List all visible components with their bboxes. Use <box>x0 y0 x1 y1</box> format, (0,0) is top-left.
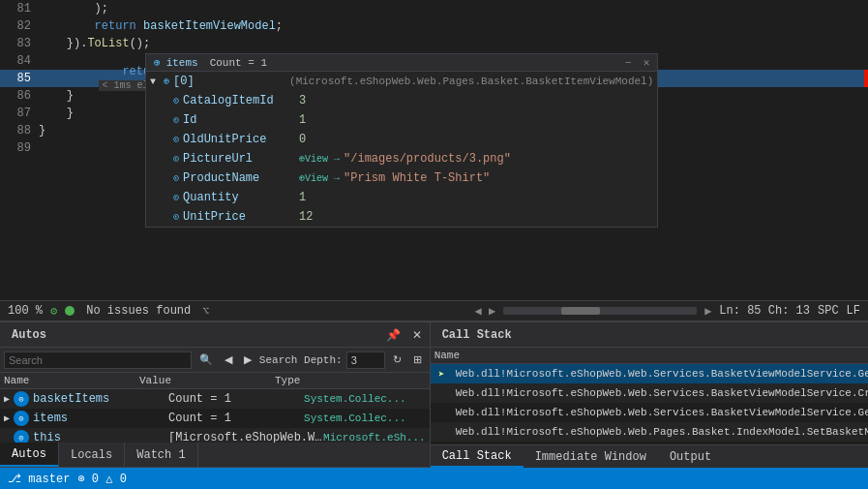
cs-name-2: Web.dll!Microsoft.eShopWeb.Web.Services.… <box>456 407 868 418</box>
forward-btn[interactable]: ▶ <box>240 352 255 367</box>
code-line-82: 82 return basketItemViewModel; <box>0 17 868 35</box>
expand-icon-items[interactable]: ▶ <box>4 413 10 424</box>
autos-pin-btn[interactable]: 📌 <box>382 328 404 342</box>
code-line-81: 81 ); <box>0 0 868 17</box>
cs-tab-immediate[interactable]: Immediate Window <box>524 445 658 468</box>
prop-value-oldprice: 0 <box>299 133 306 146</box>
search-depth-input[interactable] <box>346 351 385 369</box>
autos-panel-title: Autos <box>4 328 54 342</box>
prop-icon-productname: ⊙ <box>173 172 179 184</box>
breakpoint-marker <box>864 70 868 87</box>
prop-value-quantity: 1 <box>299 191 306 204</box>
no-issues-label: No issues found <box>86 304 191 318</box>
cs-row-3[interactable]: ➤ Web.dll!Microsoft.eShopWeb.Web.Pages.B… <box>431 422 868 442</box>
tooltip-prop-quantity[interactable]: ⊙ Quantity 1 <box>146 188 657 207</box>
scroll-thumb <box>561 307 600 315</box>
tooltip-minus-btn[interactable]: − <box>625 57 632 69</box>
row-value-items: Count = 1 <box>168 412 304 425</box>
line-content-83: }).ToList(); <box>39 37 868 50</box>
tooltip-items-label: items <box>166 57 198 69</box>
col-header-value: Value <box>139 375 275 386</box>
autos-search-input[interactable] <box>4 351 192 369</box>
play-icon[interactable]: ▶ <box>704 304 711 319</box>
view-link-pictureurl[interactable]: ⊕View → <box>299 153 340 165</box>
line-number-88: 88 <box>0 124 39 138</box>
nav-arrows[interactable]: ◀ ▶ <box>474 304 495 319</box>
cs-row-2[interactable]: ➤ Web.dll!Microsoft.eShopWeb.Web.Service… <box>431 403 868 422</box>
tooltip-close-btn[interactable]: ✕ <box>644 56 650 69</box>
row-name-basketitems: basketItems <box>33 392 168 406</box>
tooltip-prop-productname[interactable]: ⊙ ProductName ⊕View → "Prism White T-Shi… <box>146 168 657 188</box>
line-content-82: return basketItemViewModel; <box>39 19 868 33</box>
cs-row-1[interactable]: ➤ Web.dll!Microsoft.eShopWeb.Web.Service… <box>431 383 868 403</box>
prop-name-oldprice: OldUnitPrice <box>183 133 299 146</box>
tab-watch1[interactable]: Watch 1 <box>125 443 197 467</box>
tooltip-prop-catalogitemid[interactable]: ⊙ CatalogItemId 3 <box>146 91 657 110</box>
prop-icon-unitprice: ⊙ <box>173 211 179 223</box>
cs-tab-callstack[interactable]: Call Stack <box>431 445 524 468</box>
tooltip-prop-oldunitprice[interactable]: ⊙ OldUnitPrice 0 <box>146 130 657 149</box>
autos-row-basketitems[interactable]: ▶ ⊙ basketItems Count = 1 System.Collec.… <box>0 389 430 409</box>
refresh-btn[interactable]: ↻ <box>389 352 405 367</box>
var-icon-this: ⊙ <box>14 430 29 443</box>
prop-name-catalogitemid: CatalogItemId <box>183 94 299 107</box>
prop-value-catalogitemid: 3 <box>299 94 306 107</box>
autos-bottom-tabs: Autos Locals Watch 1 <box>0 443 430 468</box>
expand-icon-basketitems[interactable]: ▶ <box>4 393 10 405</box>
tooltip-items-icon: ⊕ <box>154 56 161 69</box>
row-value-basketitems: Count = 1 <box>168 392 304 406</box>
row-value-this: [Microsoft.eShopWeb.Web.Services.BasketV… <box>168 431 323 443</box>
tooltip-prop-pictureurl[interactable]: ⊙ PictureUrl ⊕View → "/images/products/3… <box>146 149 657 168</box>
cursor-position: Ln: 85 Ch: 13 <box>719 304 810 318</box>
autos-close-btn[interactable]: ✕ <box>408 328 426 342</box>
prop-icon-catalog: ⊙ <box>173 95 179 107</box>
call-stack-header: Call Stack 📌 ✕ <box>431 322 868 348</box>
prop-value-type: (Microsoft.eShopWeb.Web.Pages.Basket.Bas… <box>289 76 653 87</box>
prop-value-unitprice: 12 <box>299 210 313 224</box>
row-type-this: Microsoft.eSh... <box>323 432 426 443</box>
cs-name-0: Web.dll!Microsoft.eShopWeb.Web.Services.… <box>456 368 868 380</box>
settings-icon[interactable]: ⚙ <box>50 304 57 319</box>
call-stack-title: Call Stack <box>434 328 520 342</box>
tooltip-prop-unitprice[interactable]: ⊙ UnitPrice 12 <box>146 207 657 227</box>
status-bar: ⎇ master ⊗ 0 △ 0 <box>0 468 868 489</box>
prop-value-id: 1 <box>299 113 306 127</box>
line-number-89: 89 <box>0 141 39 155</box>
back-btn[interactable]: ◀ <box>221 352 236 367</box>
branch-icon: ⌥ <box>202 304 209 319</box>
prop-icon-quantity: ⊙ <box>173 192 179 203</box>
col-header-type: Type <box>275 375 426 386</box>
row-type-basketitems: System.Collec... <box>304 393 426 405</box>
autos-table-header: Name Value Type <box>0 373 430 389</box>
row-type-items: System.Collec... <box>304 413 426 424</box>
autos-panel: Autos 📌 ✕ 🔍 ◀ ▶ Search Depth: ↻ ⊞ Name V… <box>0 322 431 468</box>
cs-name-3: Web.dll!Microsoft.eShopWeb.Web.Pages.Bas… <box>456 426 868 438</box>
autos-panel-header: Autos 📌 ✕ <box>0 322 430 348</box>
cs-row-0[interactable]: ➤ Web.dll!Microsoft.eShopWeb.Web.Service… <box>431 364 868 383</box>
expand-btn[interactable]: ⊞ <box>409 352 426 367</box>
view-link-productname[interactable]: ⊕View → <box>299 172 340 184</box>
autos-row-this[interactable]: ▶ ⊙ this [Microsoft.eShopWeb.Web.Service… <box>0 428 430 443</box>
search-btn[interactable]: 🔍 <box>195 352 217 367</box>
prop-name-unitprice: UnitPrice <box>183 210 299 224</box>
call-stack-table: ➤ Web.dll!Microsoft.eShopWeb.Web.Service… <box>431 364 868 444</box>
tab-autos[interactable]: Autos <box>0 443 59 467</box>
prop-icon-pictureurl: ⊙ <box>173 153 179 165</box>
col-header-name: Name <box>4 375 139 386</box>
horizontal-scrollbar[interactable] <box>503 307 697 315</box>
autos-toolbar: 🔍 ◀ ▶ Search Depth: ↻ ⊞ <box>0 348 430 373</box>
prop-icon-oldprice: ⊙ <box>173 134 179 145</box>
code-line-83: 83 }).ToList(); <box>0 35 868 52</box>
tab-locals[interactable]: Locals <box>59 443 125 467</box>
cs-arrow-0: ➤ <box>438 368 452 381</box>
var-icon-basketitems: ⊙ <box>14 391 29 407</box>
cs-col-name: Name <box>434 350 868 361</box>
cs-tab-output[interactable]: Output <box>658 445 723 468</box>
call-stack-panel: Call Stack 📌 ✕ Name Lang ➤ Web.dll!Micro… <box>431 322 868 468</box>
search-depth-label: Search Depth: <box>259 354 343 366</box>
tooltip-prop-id[interactable]: ⊙ Id 1 <box>146 110 657 130</box>
autos-panel-actions: 📌 ✕ <box>382 328 426 342</box>
line-number-84: 84 <box>0 54 39 68</box>
autos-row-items[interactable]: ▶ ⊙ items Count = 1 System.Collec... <box>0 409 430 428</box>
tooltip-item-0[interactable]: ▼ ⊕ [0] (Microsoft.eShopWeb.Web.Pages.Ba… <box>146 72 657 91</box>
